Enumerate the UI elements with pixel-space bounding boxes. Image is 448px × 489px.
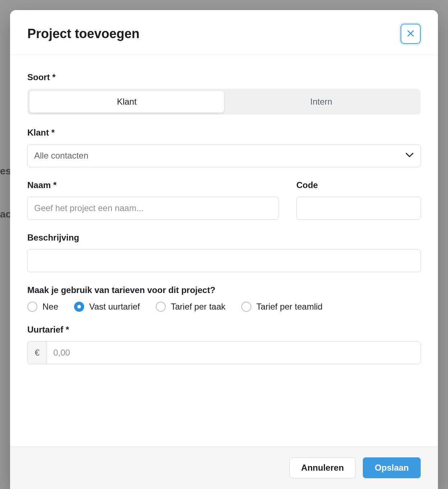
radio-icon: [27, 302, 37, 312]
field-klant: Klant * Alle contacten: [27, 128, 421, 167]
radio-vast[interactable]: Vast uurtarief: [74, 302, 140, 312]
label-uurtarief: Uurtarief *: [27, 325, 421, 335]
radio-nee-label: Nee: [42, 302, 58, 312]
radio-teamlid[interactable]: Tarief per teamlid: [241, 302, 323, 312]
radio-vast-label: Vast uurtarief: [89, 302, 140, 312]
radio-taak-label: Tarief per taak: [171, 302, 225, 312]
radio-teamlid-label: Tarief per teamlid: [256, 302, 323, 312]
add-project-modal: Project toevoegen Soort * Klant Intern K…: [10, 10, 438, 489]
close-button[interactable]: [401, 24, 421, 44]
naam-input[interactable]: [27, 197, 279, 220]
segment-intern[interactable]: Intern: [224, 91, 419, 113]
field-soort: Soort * Klant Intern: [27, 72, 421, 115]
segment-klant[interactable]: Klant: [29, 91, 224, 113]
label-code: Code: [296, 180, 421, 190]
row-naam-code: Naam * Code: [27, 180, 421, 220]
modal-title: Project toevoegen: [27, 26, 140, 41]
select-klant-value: Alle contacten: [27, 144, 421, 167]
beschrijving-input[interactable]: [27, 249, 421, 272]
field-uurtarief: Uurtarief * €: [27, 325, 421, 364]
close-icon: [407, 29, 415, 38]
label-naam: Naam *: [27, 180, 279, 190]
field-beschrijving: Beschrijving: [27, 233, 421, 272]
label-beschrijving: Beschrijving: [27, 233, 421, 243]
segmented-soort: Klant Intern: [27, 89, 421, 115]
cancel-button[interactable]: Annuleren: [289, 457, 356, 478]
modal-footer: Annuleren Opslaan: [10, 446, 438, 489]
modal-header: Project toevoegen: [10, 10, 438, 55]
label-soort: Soort *: [27, 72, 421, 82]
radio-icon: [241, 302, 251, 312]
save-button[interactable]: Opslaan: [363, 457, 421, 478]
select-klant[interactable]: Alle contacten: [27, 144, 421, 167]
label-klant: Klant *: [27, 128, 421, 138]
currency-prefix: €: [27, 341, 46, 364]
radio-nee[interactable]: Nee: [27, 302, 58, 312]
label-tarieven: Maak je gebruik van tarieven voor dit pr…: [27, 285, 421, 295]
radio-taak[interactable]: Tarief per taak: [156, 302, 225, 312]
modal-body: Soort * Klant Intern Klant * Alle contac…: [10, 55, 438, 446]
code-input[interactable]: [296, 197, 421, 220]
radio-icon: [74, 302, 84, 312]
field-tarieven: Maak je gebruik van tarieven voor dit pr…: [27, 285, 421, 312]
uurtarief-input[interactable]: [46, 341, 421, 364]
radio-icon: [156, 302, 166, 312]
